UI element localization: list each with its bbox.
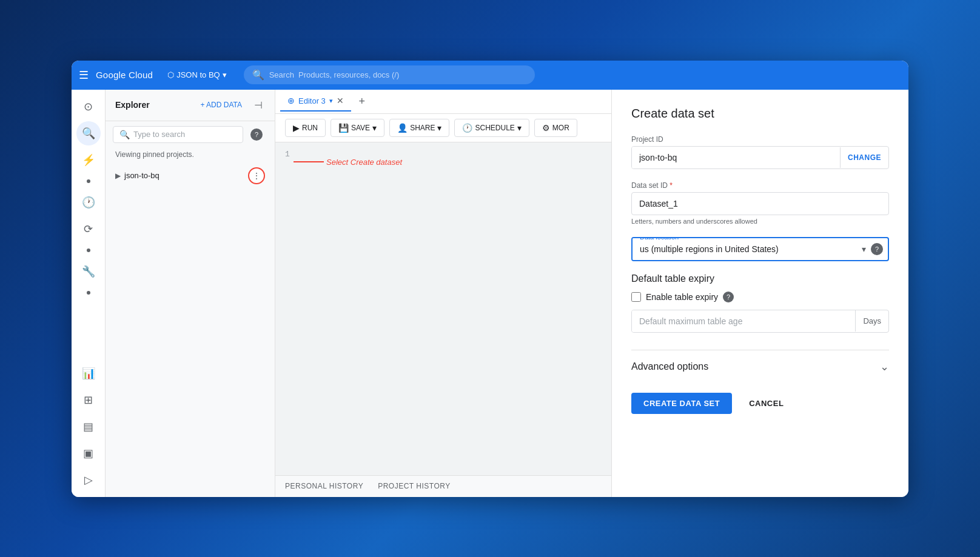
viewing-text: Viewing pinned projects.	[106, 148, 275, 164]
sidebar-item-compose[interactable]: ⚡	[76, 148, 101, 172]
sidebar-item-table2[interactable]: ▣	[76, 441, 101, 465]
dataset-id-label: Data set ID	[631, 181, 889, 190]
editor-content[interactable]: 1	[275, 142, 611, 475]
advanced-options-row[interactable]: Advanced options ⌄	[631, 350, 889, 373]
sidebar-dot-3	[87, 291, 90, 295]
project-more-button[interactable]: ⋮	[248, 167, 265, 184]
table-age-row: Days	[631, 310, 889, 333]
add-data-button[interactable]: + ADD DATA	[195, 98, 247, 112]
tab-label: Editor 3	[298, 96, 326, 105]
dataset-id-group: Data set ID Letters, numbers and undersc…	[631, 181, 889, 225]
chevron-down-icon-tab: ▾	[329, 97, 333, 105]
dialog-actions: CREATE DATA SET CANCEL	[631, 393, 889, 414]
explorer-search-icon: 🔍	[119, 130, 130, 139]
create-dataset-dialog: Create data set Project ID CHANGE Data s…	[611, 90, 908, 497]
explorer-search-input[interactable]	[133, 130, 237, 139]
sidebar-item-monitoring[interactable]: ⊙	[76, 95, 101, 119]
schedule-arrow-icon: ▾	[517, 123, 522, 133]
sidebar-item-expand[interactable]: ▷	[76, 468, 101, 492]
editor-main: ⊕ Editor 3 ▾ ✕ + ▶ RUN 💾 SAVE ▾ �	[275, 90, 611, 497]
project-row[interactable]: ▶ json-to-bq ⋮	[106, 164, 275, 188]
section-title-expiry: Default table expiry	[631, 273, 889, 284]
dialog-title: Create data set	[631, 107, 889, 121]
table-expiry-group: Default table expiry Enable table expiry…	[631, 273, 889, 333]
advanced-options-label: Advanced options	[631, 361, 708, 372]
data-location-label: Data location	[637, 237, 681, 241]
history-tabs: PERSONAL HISTORY PROJECT HISTORY	[275, 475, 611, 497]
personal-history-tab[interactable]: PERSONAL HISTORY	[285, 477, 363, 495]
settings-icon: ⚙	[542, 123, 550, 133]
sidebar-item-grid[interactable]: ⊞	[76, 388, 101, 412]
explorer-title: Explorer	[115, 100, 150, 110]
share-icon: 👤	[397, 123, 408, 133]
project-icon: ⬡	[167, 70, 174, 79]
sidebar-item-history[interactable]: 🕐	[76, 190, 101, 215]
sidebar: ⊙ 🔍 ⚡ 🕐 ⟳ 🔧 📊 ⊞ ▤ ▣ ▷	[72, 90, 106, 497]
share-button[interactable]: 👤 SHARE ▾	[389, 119, 449, 137]
more-button[interactable]: ⚙ MOR	[534, 119, 577, 137]
editor-icon: ⊕	[287, 96, 295, 105]
editor-toolbar: ▶ RUN 💾 SAVE ▾ 👤 SHARE ▾ 🕐 SCHEDULE ▾	[275, 114, 611, 142]
enable-expiry-label: Enable table expiry	[646, 292, 718, 302]
project-chevron-icon: ▶	[115, 172, 121, 180]
enable-expiry-checkbox[interactable]	[631, 292, 641, 302]
data-location-select-wrapper: Data location us (multiple regions in Un…	[631, 237, 889, 261]
editor-tab[interactable]: ⊕ Editor 3 ▾ ✕	[280, 91, 351, 112]
more-label: MOR	[552, 124, 569, 132]
explorer-header: Explorer + ADD DATA ⊣	[106, 90, 275, 121]
save-button[interactable]: 💾 SAVE ▾	[331, 119, 384, 137]
save-arrow-icon: ▾	[372, 123, 377, 133]
sidebar-item-table[interactable]: ▤	[76, 415, 101, 439]
new-tab-button[interactable]: +	[354, 93, 371, 110]
project-id-field-row: CHANGE	[631, 146, 889, 169]
run-icon: ▶	[293, 123, 300, 133]
sidebar-dot-2	[87, 248, 90, 252]
collapse-icon[interactable]: ⊣	[252, 97, 265, 113]
table-age-input[interactable]	[632, 310, 855, 332]
help-icon[interactable]: ?	[250, 128, 263, 141]
dataset-id-input[interactable]	[631, 192, 889, 215]
data-location-select[interactable]: us (multiple regions in United States) e…	[633, 238, 857, 260]
save-label: SAVE	[351, 124, 370, 132]
cancel-button[interactable]: CANCEL	[739, 393, 793, 414]
sidebar-item-chart[interactable]: 📊	[76, 361, 101, 385]
sidebar-item-search[interactable]: 🔍	[76, 121, 101, 145]
schedule-button[interactable]: 🕐 SCHEDULE ▾	[454, 119, 529, 137]
search-bar[interactable]: 🔍	[244, 65, 535, 84]
google-cloud-logo: Google Cloud	[96, 70, 153, 80]
project-history-tab[interactable]: PROJECT HISTORY	[378, 477, 451, 495]
project-id-input[interactable]	[632, 147, 840, 168]
select-arrow-icon: ▾	[857, 244, 871, 254]
table-age-unit: Days	[855, 310, 888, 332]
schedule-icon: 🕐	[462, 123, 472, 133]
sidebar-item-wrench[interactable]: 🔧	[76, 259, 101, 284]
project-selector[interactable]: ⬡ JSON to BQ ▾	[163, 68, 232, 82]
project-selector-label: JSON to BQ	[176, 70, 220, 79]
share-arrow-icon: ▾	[437, 123, 441, 133]
dataset-id-hint: Letters, numbers and underscores allowed	[631, 218, 889, 225]
run-label: RUN	[302, 124, 318, 132]
location-help-icon[interactable]: ?	[871, 243, 883, 255]
chevron-down-icon: ▾	[223, 70, 227, 79]
line-number-1: 1	[285, 150, 290, 159]
explorer-panel: Explorer + ADD DATA ⊣ 🔍 ? Viewing pinned…	[106, 90, 275, 497]
editor-tabs: ⊕ Editor 3 ▾ ✕ +	[275, 90, 611, 114]
chevron-down-icon-advanced: ⌄	[880, 360, 889, 373]
change-button[interactable]: CHANGE	[840, 147, 888, 168]
run-button[interactable]: ▶ RUN	[285, 119, 326, 137]
close-tab-icon[interactable]: ✕	[337, 96, 344, 105]
share-label: SHARE	[410, 124, 435, 132]
project-id-group: Project ID CHANGE	[631, 135, 889, 169]
sidebar-dot-1	[87, 179, 90, 183]
create-dataset-button[interactable]: CREATE DATA SET	[631, 393, 732, 414]
hamburger-icon[interactable]: ☰	[79, 68, 89, 82]
project-name: json-to-bq	[124, 171, 159, 180]
sidebar-item-search2[interactable]: ⟳	[76, 217, 101, 241]
enable-expiry-row: Enable table expiry ?	[631, 292, 889, 302]
data-location-group: Data location us (multiple regions in Un…	[631, 237, 889, 261]
schedule-label: SCHEDULE	[475, 124, 514, 132]
search-icon: 🔍	[252, 69, 264, 81]
project-id-label: Project ID	[631, 135, 889, 144]
expiry-help-icon[interactable]: ?	[723, 292, 734, 302]
search-input[interactable]	[269, 70, 526, 79]
